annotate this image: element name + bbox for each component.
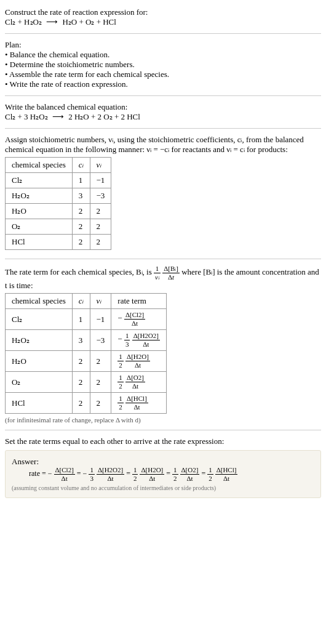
delta-frac: Δ[H2O]Δt: [140, 467, 164, 482]
rate-term-frac-delta: Δ[Bᵢ]Δt: [162, 265, 180, 281]
rate-term-paragraph: The rate term for each chemical species,…: [5, 265, 321, 291]
cell-v: 2: [90, 393, 111, 414]
cell-c: 1: [72, 173, 90, 188]
cell-rate: 12 Δ[H2O]Δt: [111, 351, 167, 372]
col-species: chemical species: [6, 158, 73, 173]
sign: −: [48, 469, 52, 478]
cell-v: 2: [90, 204, 111, 219]
delta-frac: Δ[Cl2]Δt: [54, 467, 75, 482]
table-header-row: chemical species cᵢ νᵢ: [6, 158, 111, 173]
table-row: O₂ 2 2: [6, 219, 111, 235]
table-row: H₂O 2 2 12 Δ[H2O]Δt: [6, 351, 167, 372]
cell-species: Cl₂: [6, 173, 73, 188]
coef-frac: 12: [117, 395, 124, 411]
cell-c: 3: [72, 188, 90, 204]
rate-term-section: The rate term for each chemical species,…: [5, 263, 321, 426]
balanced-equation: Cl₂ + 3 H₂O₂ ⟶ 2 H₂O + 2 O₂ + 2 HCl: [5, 112, 321, 122]
cell-species: HCl: [6, 235, 73, 250]
cell-rate: − Δ[Cl2]Δt: [111, 309, 167, 330]
cell-species: Cl₂: [6, 309, 73, 330]
answer-label: Answer:: [12, 457, 314, 467]
sign: −: [117, 313, 122, 323]
cell-species: HCl: [6, 393, 73, 414]
cell-rate: − 13 Δ[H2O2]Δt: [111, 330, 167, 351]
cell-rate: 12 Δ[HCl]Δt: [111, 393, 167, 414]
divider: [5, 430, 321, 430]
col-ci: cᵢ: [72, 294, 90, 309]
cell-species: H₂O₂: [6, 188, 73, 204]
answer-note: (assuming constant volume and no accumul…: [12, 485, 314, 491]
delta-frac: Δ[O2]Δt: [180, 467, 200, 482]
reaction-arrow: ⟶: [50, 112, 66, 121]
coef-frac: 12: [117, 353, 124, 369]
rate-term-frac-coef: 1νᵢ: [154, 265, 161, 281]
unbalanced-equation: Cl₂ + H₂O₂ ⟶ H₂O + O₂ + HCl: [5, 17, 321, 27]
cell-v: −3: [90, 188, 111, 204]
unbalanced-lhs: Cl₂ + H₂O₂: [5, 17, 42, 26]
table-row: H₂O 2 2: [6, 204, 111, 219]
question-header: Construct the rate of reaction expressio…: [5, 5, 321, 30]
cell-c: 3: [72, 330, 90, 351]
divider: [5, 95, 321, 96]
answer-box: Answer: rate = − Δ[Cl2]Δt = − 13 Δ[H2O2]…: [5, 450, 321, 498]
delta-frac: Δ[HCl]Δt: [215, 467, 238, 482]
coef-frac: 12: [207, 467, 213, 482]
rate-word: rate =: [29, 469, 48, 478]
cell-c: 1: [72, 309, 90, 330]
cell-species: O₂: [6, 372, 73, 393]
plan-section: Plan: Balance the chemical equation. Det…: [5, 38, 321, 92]
table-row: Cl₂ 1 −1 − Δ[Cl2]Δt: [6, 309, 167, 330]
table-row: H₂O₂ 3 −3: [6, 188, 111, 204]
table-row: H₂O₂ 3 −3 − 13 Δ[H2O2]Δt: [6, 330, 167, 351]
final-section: Set the rate terms equal to each other t…: [5, 434, 321, 501]
rate-term-pre: The rate term for each chemical species,…: [5, 267, 154, 276]
cell-v: 2: [90, 219, 111, 235]
col-vi: νᵢ: [90, 158, 111, 173]
infinitesimal-note: (for infinitesimal rate of change, repla…: [5, 416, 321, 424]
cell-rate: 12 Δ[O2]Δt: [111, 372, 167, 393]
divider: [5, 33, 321, 34]
plan-title: Plan:: [5, 40, 321, 50]
table-row: HCl 2 2 12 Δ[HCl]Δt: [6, 393, 167, 414]
cell-v: −1: [90, 309, 111, 330]
delta-frac: Δ[H2O2]Δt: [97, 467, 124, 482]
divider: [5, 259, 321, 259]
sign: −: [117, 334, 122, 344]
cell-c: 2: [72, 351, 90, 372]
balanced-rhs: 2 H₂O + 2 O₂ + 2 HCl: [68, 112, 140, 121]
cell-c: 2: [72, 393, 90, 414]
plan-step: Assemble the rate term for each chemical…: [5, 70, 321, 79]
table-header-row: chemical species cᵢ νᵢ rate term: [6, 294, 167, 309]
sign: −: [83, 469, 87, 478]
cell-c: 2: [72, 372, 90, 393]
col-vi: νᵢ: [90, 294, 111, 309]
col-species: chemical species: [6, 294, 73, 309]
balanced-section: Write the balanced chemical equation: Cl…: [5, 100, 321, 124]
delta-frac: Δ[H2O]Δt: [125, 353, 150, 369]
plan-list: Balance the chemical equation. Determine…: [5, 50, 321, 89]
stoich-table: chemical species cᵢ νᵢ Cl₂ 1 −1 H₂O₂ 3 −…: [5, 157, 111, 250]
coef-frac: 12: [117, 374, 124, 390]
cell-v: 2: [90, 235, 111, 250]
prompt-text: Construct the rate of reaction expressio…: [5, 7, 321, 17]
coef-frac: 12: [172, 467, 178, 482]
stoich-paragraph: Assign stoichiometric numbers, νᵢ, using…: [5, 135, 321, 155]
plan-step: Write the rate of reaction expression.: [5, 79, 321, 89]
plan-step: Balance the chemical equation.: [5, 50, 321, 60]
col-rate: rate term: [111, 294, 167, 309]
stoich-section: Assign stoichiometric numbers, νᵢ, using…: [5, 132, 321, 255]
coef-frac: 12: [132, 467, 138, 482]
coef-frac: 13: [124, 332, 130, 348]
col-ci: cᵢ: [72, 158, 90, 173]
divider: [5, 128, 321, 129]
balanced-intro: Write the balanced chemical equation:: [5, 102, 321, 112]
cell-v: 2: [90, 372, 111, 393]
cell-species: O₂: [6, 219, 73, 235]
unbalanced-rhs: H₂O + O₂ + HCl: [62, 17, 116, 26]
final-intro: Set the rate terms equal to each other t…: [5, 437, 321, 446]
delta-frac: Δ[Cl2]Δt: [124, 312, 145, 327]
rate-expression: rate = − Δ[Cl2]Δt = − 13 Δ[H2O2]Δt = 12 …: [29, 467, 314, 482]
delta-frac: Δ[O2]Δt: [125, 374, 145, 390]
table-row: Cl₂ 1 −1: [6, 173, 111, 188]
cell-v: −1: [90, 173, 111, 188]
